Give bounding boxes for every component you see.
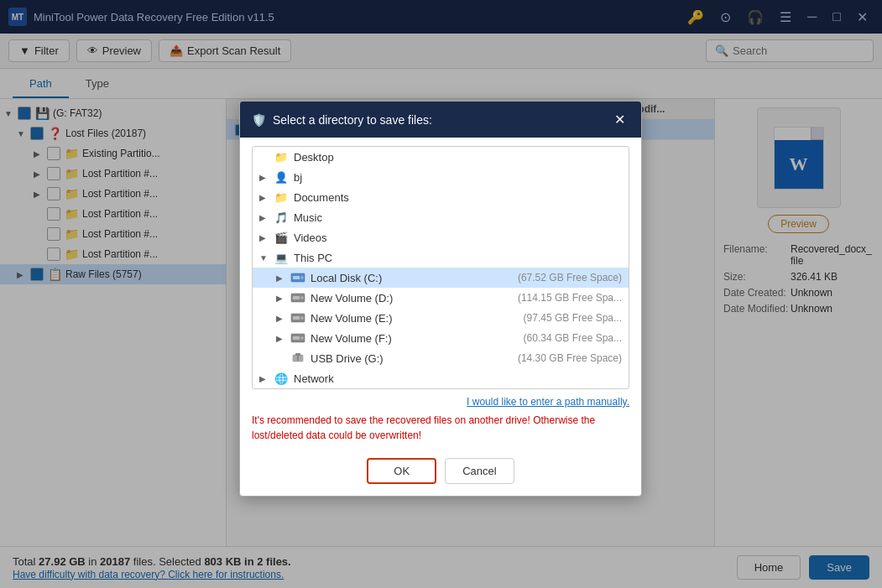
folder-documents-icon: 📁 (273, 190, 290, 204)
dir-item-new-e[interactable]: New Volume (E:) (97.45 GB Free Spa... (253, 308, 629, 328)
folder-desktop-icon: 📁 (273, 150, 290, 164)
svg-rect-4 (293, 296, 300, 299)
svg-point-8 (300, 316, 304, 320)
dir-free-space: (114.15 GB Free Spa... (518, 292, 622, 304)
dir-arrow (259, 213, 273, 222)
svg-point-11 (300, 336, 304, 340)
dir-item-bj[interactable]: 👤 bj (253, 167, 629, 187)
dir-free-space: (60.34 GB Free Spa... (524, 332, 622, 344)
dir-arrow (276, 273, 290, 283)
modal-icon: 🛡️ (252, 113, 266, 127)
modal-overlay: 🛡️ Select a directory to save files: ✕ 📁… (0, 0, 882, 588)
ok-button[interactable]: OK (367, 458, 436, 484)
dir-arrow (276, 314, 290, 323)
dir-label: Videos (294, 232, 327, 244)
modal-header: 🛡️ Select a directory to save files: ✕ (240, 101, 641, 138)
directory-tree: 📁 Desktop 👤 bj 📁 Documents (252, 146, 629, 389)
dir-label: Desktop (294, 151, 334, 164)
dir-label: New Volume (D:) (311, 292, 393, 304)
dir-item-desktop[interactable]: 📁 Desktop (253, 147, 629, 167)
dir-arrow (259, 374, 273, 383)
svg-rect-10 (293, 336, 300, 340)
cancel-button[interactable]: Cancel (445, 458, 514, 484)
dir-item-new-d[interactable]: New Volume (D:) (114.15 GB Free Spa... (253, 288, 629, 308)
save-directory-modal: 🛡️ Select a directory to save files: ✕ 📁… (239, 101, 642, 497)
dir-item-new-f[interactable]: New Volume (F:) (60.34 GB Free Spa... (253, 328, 629, 348)
svg-rect-7 (293, 316, 300, 320)
dir-item-this-pc[interactable]: 💻 This PC (253, 247, 629, 268)
svg-rect-13 (295, 353, 300, 356)
user-icon: 👤 (273, 170, 290, 184)
modal-buttons: OK Cancel (252, 451, 629, 487)
dir-label: New Volume (E:) (311, 312, 393, 325)
dir-item-local-c[interactable]: Local Disk (C:) (67.52 GB Free Space) (253, 268, 629, 288)
dir-label: bj (294, 171, 302, 184)
dir-free-space: (14.30 GB Free Space) (518, 352, 622, 364)
dir-label: Local Disk (C:) (311, 272, 382, 284)
dir-label: New Volume (F:) (311, 332, 392, 345)
dir-item-documents[interactable]: 📁 Documents (253, 187, 629, 207)
dir-arrow (259, 233, 273, 242)
svg-point-2 (300, 276, 304, 279)
modal-body: 📁 Desktop 👤 bj 📁 Documents (240, 138, 641, 496)
disk-c-icon (290, 271, 306, 284)
dir-label: Network (294, 372, 334, 385)
warning-text: It's recommended to save the recovered f… (252, 413, 629, 443)
dir-item-music[interactable]: 🎵 Music (253, 207, 629, 227)
dir-item-videos[interactable]: 🎬 Videos (253, 227, 629, 247)
disk-f-icon (290, 331, 306, 345)
disk-e-icon (290, 311, 306, 325)
modal-title: Select a directory to save files: (273, 113, 432, 127)
dir-arrow (276, 334, 290, 343)
music-icon: 🎵 (273, 211, 290, 224)
dir-arrow (259, 173, 273, 182)
dir-label: This PC (294, 252, 332, 264)
modal-close-button[interactable]: ✕ (610, 110, 629, 129)
pc-icon: 💻 (273, 251, 290, 264)
manual-path-link[interactable]: I would like to enter a path manually. (252, 396, 629, 408)
dir-label: USB Drive (G:) (311, 352, 384, 365)
network-icon: 🌐 (273, 372, 290, 385)
disk-d-icon (290, 291, 306, 304)
dir-arrow (276, 294, 290, 303)
dir-item-usb-g[interactable]: USB Drive (G:) (14.30 GB Free Space) (253, 348, 629, 368)
dir-arrow (259, 253, 273, 263)
dir-free-space: (97.45 GB Free Spa... (524, 312, 622, 324)
dir-label: Documents (294, 191, 349, 204)
modal-title-area: 🛡️ Select a directory to save files: (252, 113, 432, 127)
dir-item-network[interactable]: 🌐 Network (253, 368, 629, 388)
svg-point-5 (300, 296, 304, 299)
dir-free-space: (67.52 GB Free Space) (518, 272, 622, 284)
dir-label: Music (294, 211, 322, 224)
dir-arrow (259, 193, 273, 202)
svg-rect-1 (293, 276, 300, 279)
usb-icon (290, 351, 306, 365)
videos-icon: 🎬 (273, 231, 290, 244)
